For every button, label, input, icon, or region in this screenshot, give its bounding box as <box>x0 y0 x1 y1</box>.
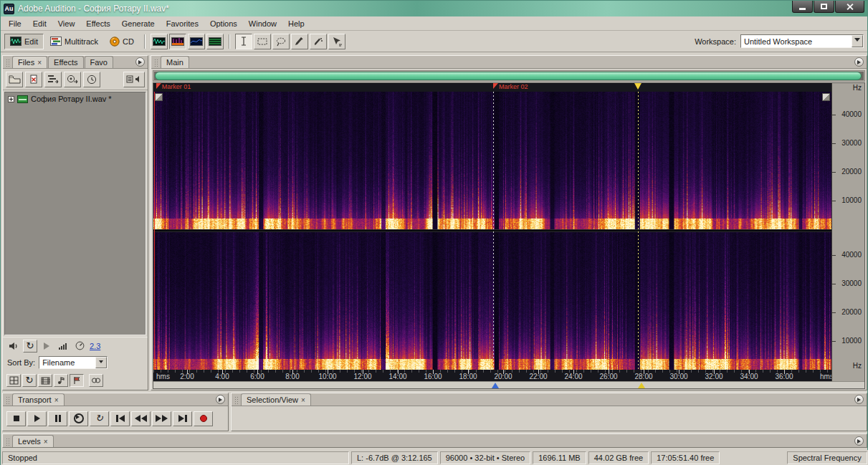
spectral-display[interactable] <box>153 92 831 370</box>
close-file-button[interactable] <box>25 72 42 87</box>
sort-dropdown-button[interactable] <box>95 357 107 368</box>
marquee-selection-tool-button[interactable] <box>254 34 271 49</box>
panel-menu-button[interactable] <box>854 57 864 67</box>
record-button[interactable] <box>194 411 213 426</box>
marker-strip[interactable]: Marker 01Marker 02 <box>153 83 831 92</box>
tab-favorites[interactable]: Favo <box>85 56 113 68</box>
go-to-end-button[interactable] <box>173 411 192 426</box>
tree-expander-icon[interactable] <box>8 96 14 102</box>
show-audio-files-toggle[interactable] <box>6 374 21 387</box>
file-list[interactable]: София Ротару II.wav * <box>4 92 146 335</box>
workspace-dropdown-button[interactable] <box>852 35 863 47</box>
multitrack-view-icon <box>50 37 62 46</box>
lasso-selection-tool-button[interactable] <box>272 34 290 49</box>
show-markers-toggle[interactable] <box>70 374 84 387</box>
loop-preview-toggle[interactable] <box>23 340 37 353</box>
insert-into-cd-button[interactable] <box>64 72 81 87</box>
show-options-button[interactable] <box>123 72 145 87</box>
spot-healing-brush-tool-button[interactable] <box>310 34 327 49</box>
marker-flag[interactable]: Marker 02 <box>493 83 528 91</box>
file-item[interactable]: София Ротару II.wav * <box>5 92 146 105</box>
workspace-select[interactable]: Untitled Workspace <box>740 34 864 48</box>
menu-item-effects[interactable]: Effects <box>80 18 115 29</box>
scrub-tool-button[interactable] <box>328 34 345 49</box>
spectral-phase-view-toggle[interactable] <box>206 34 224 49</box>
panel-grip[interactable] <box>154 59 158 67</box>
preview-volume-knob[interactable] <box>72 340 87 353</box>
pause-button[interactable] <box>48 411 67 426</box>
tab-main[interactable]: Main <box>161 56 189 68</box>
panel-menu-button[interactable] <box>216 395 225 404</box>
spectral-frequency-view-toggle[interactable] <box>169 34 186 49</box>
show-midi-files-toggle[interactable] <box>54 374 68 387</box>
play-button[interactable] <box>27 411 47 426</box>
panel-grip[interactable] <box>234 396 239 404</box>
workspace-label: Workspace: <box>695 37 736 46</box>
position-indicator-icon[interactable] <box>492 383 499 388</box>
play-looped-button[interactable] <box>69 411 88 426</box>
menu-item-edit[interactable]: Edit <box>27 18 52 29</box>
edit-view-button[interactable]: Edit <box>4 34 44 49</box>
menu-item-file[interactable]: File <box>3 18 27 29</box>
marker-flag[interactable]: Marker 01 <box>156 83 191 91</box>
tab-close-icon[interactable] <box>44 438 48 446</box>
frequency-label: 20000 <box>841 308 862 316</box>
minimize-button[interactable] <box>792 1 813 13</box>
zoom-navigator-bar[interactable] <box>155 72 862 80</box>
tab-files[interactable]: Files <box>12 56 47 68</box>
frequency-ruler[interactable]: Hz40000300002000010000400003000020000100… <box>831 83 864 381</box>
menu-item-view[interactable]: View <box>52 18 81 29</box>
note-icon <box>57 376 65 385</box>
zoom-navigator-track[interactable] <box>154 72 864 80</box>
go-to-beginning-button[interactable] <box>110 411 130 426</box>
close-button[interactable] <box>835 1 864 13</box>
preview-volume-value[interactable]: 2.3 <box>90 342 100 350</box>
tab-close-icon[interactable] <box>54 396 59 404</box>
timeline-ruler[interactable]: 2:004:006:008:0010:0012:0014:0016:0018:0… <box>153 370 831 381</box>
panel-grip[interactable] <box>6 59 10 67</box>
window-controls <box>791 1 864 13</box>
panel-grip[interactable] <box>6 438 10 446</box>
rewind-button[interactable] <box>131 411 151 426</box>
time-selection-tool-button[interactable] <box>235 34 252 49</box>
show-video-files-toggle[interactable] <box>38 374 52 387</box>
advanced-options-toggle[interactable] <box>89 374 103 387</box>
menu-item-options[interactable]: Options <box>204 18 243 29</box>
tab-levels[interactable]: Levels <box>12 435 54 447</box>
import-file-button[interactable] <box>6 72 23 87</box>
menu-item-generate[interactable]: Generate <box>116 18 161 29</box>
panel-menu-button[interactable] <box>854 395 864 404</box>
multitrack-view-button[interactable]: Multitrack <box>45 34 103 49</box>
tab-close-icon[interactable] <box>37 59 42 67</box>
effects-paintbrush-tool-button[interactable] <box>291 34 308 49</box>
maximize-button[interactable] <box>814 1 834 13</box>
marker-flag[interactable] <box>634 83 642 90</box>
spectral-pan-view-toggle[interactable] <box>188 34 205 49</box>
panel-menu-button[interactable] <box>135 57 145 67</box>
menu-item-favorites[interactable]: Favorites <box>161 18 204 29</box>
auto-play-toggle[interactable] <box>6 340 21 353</box>
position-indicator-icon[interactable] <box>638 383 645 388</box>
waveform-view-toggle[interactable] <box>151 34 168 49</box>
stop-button[interactable] <box>6 411 26 426</box>
tab-selection-view[interactable]: Selection/View <box>241 393 311 406</box>
fast-forward-button[interactable] <box>152 411 171 426</box>
show-loop-files-toggle[interactable] <box>22 374 37 387</box>
status-cursor-info: L: -6.7dB @ 3:12.165 <box>351 451 438 464</box>
insert-into-multitrack-button[interactable] <box>44 72 62 87</box>
selection-indicator-strip[interactable] <box>153 381 864 388</box>
fade-handle-right-icon[interactable] <box>822 93 830 101</box>
tab-effects[interactable]: Effects <box>48 56 83 68</box>
tab-transport[interactable]: Transport <box>12 393 65 406</box>
sort-by-select[interactable]: Filename <box>39 356 108 369</box>
panel-menu-button[interactable] <box>854 436 864 446</box>
fade-handle-left-icon[interactable] <box>155 93 163 101</box>
edit-original-button[interactable] <box>83 72 100 87</box>
menu-item-help[interactable]: Help <box>282 18 310 29</box>
tab-close-icon[interactable] <box>301 396 305 404</box>
preview-play-button[interactable] <box>39 340 54 353</box>
cd-view-button[interactable]: CD <box>105 34 139 49</box>
panel-grip[interactable] <box>6 396 10 404</box>
menu-item-window[interactable]: Window <box>243 18 282 29</box>
loop-button[interactable] <box>90 411 109 426</box>
